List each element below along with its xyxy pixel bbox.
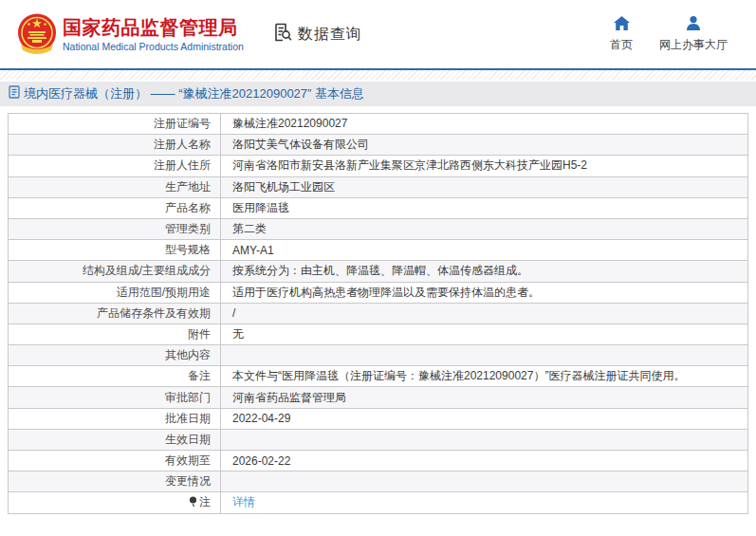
row-label: 其他内容 — [9, 345, 221, 366]
row-value: 洛阳飞机场工业园区 — [221, 176, 748, 197]
row-value: 河南省药品监督管理局 — [221, 387, 748, 408]
page: 国家药品监督管理局 National Medical Products Admi… — [0, 0, 756, 536]
table-row: 注详情 — [9, 492, 748, 513]
table-row: 批准日期2022-04-29 — [9, 408, 748, 429]
row-value: 按系统分为：由主机、降温毯、降温帽、体温传感器组成。 — [221, 261, 748, 282]
site-header: 国家药品监督管理局 National Medical Products Admi… — [0, 0, 756, 68]
row-value: AMY-A1 — [221, 240, 748, 261]
row-label: 注册人名称 — [9, 135, 221, 156]
row-value: 本文件与“医用降温毯（注册证编号：豫械注准20212090027）”医疗器械注册… — [221, 366, 748, 387]
table-row: 适用范围/预期用途适用于医疗机构高热患者物理降温以及需要保持体温的患者。 — [9, 282, 748, 303]
row-label: 产品名称 — [9, 197, 221, 218]
row-value: 2026-02-22 — [221, 451, 748, 471]
row-label: 结构及组成/主要组成成分 — [9, 261, 221, 282]
national-emblem-icon — [17, 12, 57, 56]
table-row: 生效日期 — [9, 429, 748, 450]
row-value: 第二类 — [221, 218, 748, 239]
row-value: 适用于医疗机构高热患者物理降温以及需要保持体温的患者。 — [221, 282, 748, 303]
user-icon — [686, 16, 701, 34]
row-value: 洛阳艾美气体设备有限公司 — [221, 135, 748, 156]
row-value: 医用降温毯 — [221, 197, 748, 218]
table-row: 注册人名称洛阳艾美气体设备有限公司 — [9, 135, 748, 156]
row-value — [221, 429, 748, 450]
nav-home-label: 首页 — [610, 37, 633, 53]
document-icon — [9, 85, 20, 102]
row-value: / — [221, 303, 748, 323]
data-query-label: 数据查询 — [298, 25, 362, 45]
document-search-icon — [272, 22, 293, 46]
org-name-cn: 国家药品监督管理局 — [63, 17, 244, 39]
table-row: 注册人住所河南省洛阳市新安县洛新产业集聚区京津北路西侧东大科技产业园H5-2 — [9, 156, 748, 176]
table-row: 结构及组成/主要组成成分按系统分为：由主机、降温毯、降温帽、体温传感器组成。 — [9, 261, 748, 282]
data-query-link[interactable]: 数据查询 — [272, 22, 362, 46]
row-value: 无 — [221, 323, 748, 344]
row-label: 注册人住所 — [9, 156, 221, 176]
info-table-body: 注册证编号豫械注准20212090027注册人名称洛阳艾美气体设备有限公司注册人… — [9, 114, 748, 514]
row-label: 批准日期 — [9, 408, 221, 429]
row-label: 注 — [9, 492, 221, 513]
row-value — [221, 345, 748, 366]
table-row: 审批部门河南省药品监督管理局 — [9, 387, 748, 408]
row-label: 型号规格 — [9, 240, 221, 261]
org-name-en: National Medical Products Administration — [63, 41, 244, 52]
row-label: 备注 — [9, 366, 221, 387]
table-row: 产品名称医用降温毯 — [9, 197, 748, 218]
row-value: 河南省洛阳市新安县洛新产业集聚区京津北路西侧东大科技产业园H5-2 — [221, 156, 748, 176]
table-row: 型号规格AMY-A1 — [9, 240, 748, 261]
row-label: 变更情况 — [9, 471, 221, 492]
brand-text: 国家药品监督管理局 National Medical Products Admi… — [63, 17, 244, 52]
table-row: 其他内容 — [9, 345, 748, 366]
row-label: 审批部门 — [9, 387, 221, 408]
header-nav: 首页 网上办事大厅 — [610, 16, 728, 53]
table-row: 产品储存条件及有效期/ — [9, 303, 748, 323]
row-label: 附件 — [9, 323, 221, 344]
breadcrumb: 境内医疗器械（注册） —— “豫械注准20212090027” 基本信息 — [0, 82, 756, 106]
nav-home[interactable]: 首页 — [610, 16, 633, 53]
row-value: 豫械注准20212090027 — [221, 114, 748, 135]
nav-service-hall-label: 网上办事大厅 — [659, 37, 728, 53]
table-row: 附件无 — [9, 323, 748, 344]
row-label: 管理类别 — [9, 218, 221, 239]
table-row: 有效期至2026-02-22 — [9, 451, 748, 471]
row-label: 生效日期 — [9, 429, 221, 450]
row-value: 详情 — [221, 492, 748, 513]
row-value: 2022-04-29 — [221, 408, 748, 429]
row-label: 有效期至 — [9, 451, 221, 471]
detail-link[interactable]: 详情 — [232, 495, 255, 508]
info-table: 注册证编号豫械注准20212090027注册人名称洛阳艾美气体设备有限公司注册人… — [8, 113, 748, 514]
table-row: 备注本文件与“医用降温毯（注册证编号：豫械注准20212090027）”医疗器械… — [9, 366, 748, 387]
row-value — [221, 471, 748, 492]
page-title: 境内医疗器械（注册） —— “豫械注准20212090027” 基本信息 — [24, 85, 364, 102]
table-row: 生产地址洛阳飞机场工业园区 — [9, 176, 748, 197]
nav-service-hall[interactable]: 网上办事大厅 — [659, 16, 728, 53]
table-row: 注册证编号豫械注准20212090027 — [9, 114, 748, 135]
row-label: 适用范围/预期用途 — [9, 282, 221, 303]
table-row: 变更情况 — [9, 471, 748, 492]
row-label: 生产地址 — [9, 176, 221, 197]
row-label: 注册证编号 — [9, 114, 221, 135]
row-label: 产品储存条件及有效期 — [9, 303, 221, 323]
brand-home-link[interactable]: 国家药品监督管理局 National Medical Products Admi… — [17, 12, 244, 56]
pin-icon — [189, 496, 197, 510]
table-row: 管理类别第二类 — [9, 218, 748, 239]
home-icon — [614, 16, 630, 34]
hatch-strip — [0, 70, 756, 80]
